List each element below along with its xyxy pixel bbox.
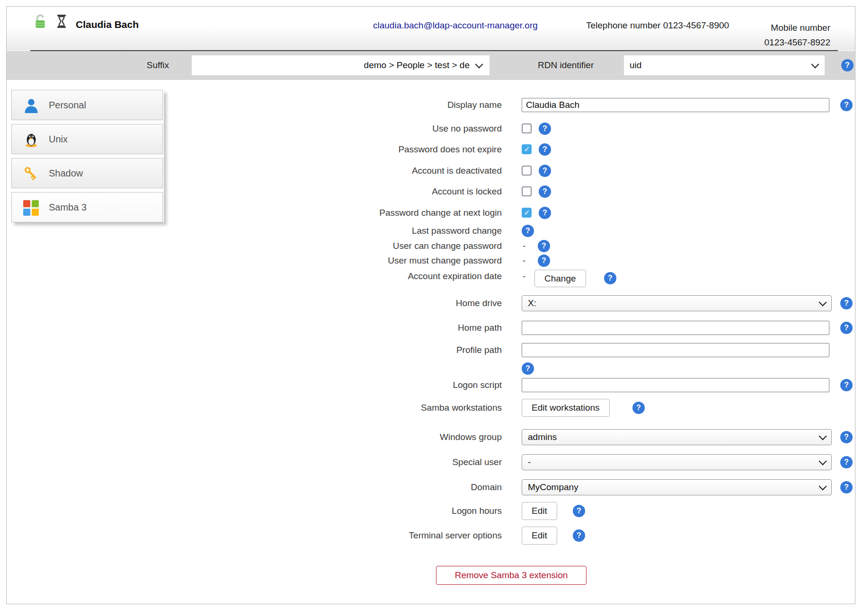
help-icon[interactable]: ? [539, 123, 551, 135]
help-icon[interactable]: ? [539, 143, 551, 156]
account-locked-label: Account is locked [149, 186, 502, 197]
use-no-password-label: Use no password [149, 123, 502, 134]
tab-label: Personal [49, 90, 86, 120]
help-icon[interactable]: ? [573, 529, 585, 542]
remove-samba3-extension-button[interactable]: Remove Samba 3 extension [436, 566, 587, 585]
email-link[interactable]: claudia.bach@ldap-account-manager.org [373, 20, 538, 31]
tab-personal[interactable]: Personal [11, 90, 163, 120]
windows-group-select[interactable]: admins [522, 429, 832, 445]
change-expiration-button[interactable]: Change [534, 270, 586, 287]
suffix-label: Suffix [73, 60, 169, 70]
help-icon[interactable]: ? [840, 456, 853, 468]
logon-script-label: Logon script [149, 380, 502, 390]
account-expiration-label: Account expiration date [149, 271, 502, 282]
tab-label: Unix [49, 124, 68, 154]
help-icon[interactable]: ? [840, 431, 853, 443]
password-does-not-expire-label: Password does not expire [149, 144, 502, 155]
domain-select[interactable]: MyCompany [522, 479, 832, 495]
tab-samba3[interactable]: Samba 3 [11, 192, 163, 222]
home-drive-select[interactable]: X: [522, 295, 832, 311]
logon-script-input[interactable] [522, 378, 829, 392]
last-password-change-label: Last password change [149, 226, 502, 236]
account-deactivated-label: Account is deactivated [149, 166, 502, 176]
key-icon [23, 166, 39, 182]
password-does-not-expire-checkbox[interactable] [522, 144, 532, 154]
help-icon[interactable]: ? [604, 272, 616, 284]
use-no-password-checkbox[interactable] [522, 123, 532, 133]
display-name-input[interactable] [522, 98, 829, 112]
terminal-server-options-label: Terminal server options [149, 530, 502, 541]
edit-logon-hours-button[interactable]: Edit [522, 502, 557, 520]
help-icon[interactable]: ? [632, 402, 645, 414]
account-expiration-value: - [523, 271, 525, 282]
help-icon[interactable]: ? [840, 481, 853, 493]
edit-workstations-button[interactable]: Edit workstations [522, 399, 610, 417]
help-icon[interactable]: ? [539, 165, 551, 177]
chevron-down-icon [819, 298, 827, 306]
mobile-label: Mobile number [765, 20, 830, 35]
help-icon[interactable]: ? [841, 59, 854, 71]
tux-icon [23, 132, 39, 148]
special-user-select[interactable]: - [522, 454, 832, 470]
profile-path-input[interactable] [522, 343, 829, 357]
windows-group-selected-value: admins [528, 432, 820, 442]
edit-terminal-server-button[interactable]: Edit [522, 527, 557, 545]
rdn-selected-value: uid [630, 60, 806, 70]
chevron-down-icon [819, 482, 827, 490]
password-change-next-login-label: Password change at next login [149, 208, 502, 218]
profile-path-label: Profile path [149, 345, 502, 355]
suffix-select[interactable]: demo > People > test > de [192, 55, 489, 75]
domain-selected-value: MyCompany [528, 482, 820, 493]
chevron-down-icon [811, 60, 819, 68]
help-icon[interactable]: ? [573, 505, 585, 517]
telephone-text: Telephone number 0123-4567-8900 [586, 20, 729, 31]
page-title: Claudia Bach [76, 19, 139, 30]
help-icon[interactable]: ? [840, 297, 853, 309]
help-icon[interactable]: ? [840, 99, 853, 111]
chevron-down-icon [819, 457, 827, 465]
special-user-selected-value: - [528, 457, 820, 467]
user-must-change-password-label: User must change password [149, 255, 502, 266]
user-must-change-value: - [523, 255, 525, 266]
chevron-down-icon [819, 432, 827, 440]
password-change-next-login-checkbox[interactable] [522, 208, 532, 218]
home-drive-selected-value: X: [528, 298, 820, 308]
windows-icon [23, 200, 39, 216]
hourglass-icon [56, 14, 67, 31]
account-deactivated-checkbox[interactable] [522, 166, 532, 176]
tab-shadow[interactable]: Shadow [11, 158, 163, 188]
chevron-down-icon [475, 60, 483, 68]
home-path-input[interactable] [522, 321, 829, 335]
tab-label: Shadow [49, 158, 83, 188]
home-drive-label: Home drive [149, 298, 502, 308]
rdn-select[interactable]: uid [624, 55, 825, 75]
help-icon[interactable]: ? [538, 240, 550, 252]
user-icon [23, 97, 39, 114]
unlocked-icon [34, 14, 46, 32]
home-path-label: Home path [149, 323, 502, 333]
help-icon[interactable]: ? [522, 362, 534, 375]
domain-label: Domain [149, 482, 502, 493]
mobile-value: 0123-4567-8922 [765, 35, 830, 50]
display-name-label: Display name [149, 100, 502, 110]
module-tabs: Personal Unix [11, 90, 164, 222]
user-can-change-value: - [523, 241, 525, 251]
samba-workstations-label: Samba workstations [149, 403, 502, 413]
tab-unix[interactable]: Unix [11, 124, 163, 154]
rdn-label: RDN identifier [538, 60, 605, 70]
special-user-label: Special user [149, 457, 502, 467]
account-edit-page: Claudia Bach claudia.bach@ldap-account-m… [6, 6, 855, 604]
logon-hours-label: Logon hours [149, 506, 502, 516]
windows-group-label: Windows group [149, 432, 502, 442]
mobile-text: Mobile number 0123-4567-8922 [765, 20, 830, 50]
suffix-selected-value: demo > People > test > de [364, 60, 470, 70]
help-icon[interactable]: ? [538, 255, 550, 267]
help-icon[interactable]: ? [539, 185, 551, 198]
help-icon[interactable]: ? [522, 225, 534, 237]
account-locked-checkbox[interactable] [522, 186, 532, 196]
user-can-change-password-label: User can change password [149, 241, 502, 251]
help-icon[interactable]: ? [840, 322, 853, 334]
account-header: Claudia Bach claudia.bach@ldap-account-m… [7, 7, 855, 51]
help-icon[interactable]: ? [840, 379, 853, 391]
help-icon[interactable]: ? [539, 207, 551, 219]
